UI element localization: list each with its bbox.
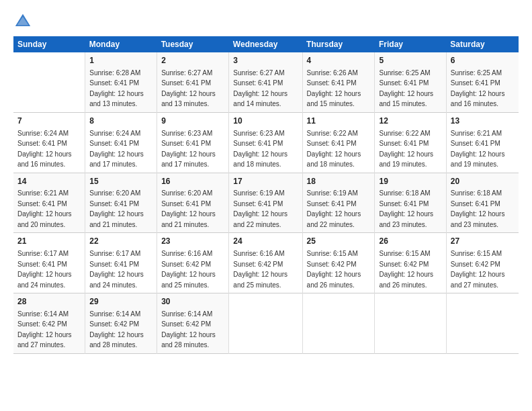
calendar-cell: 1 Sunrise: 6:28 AMSunset: 6:41 PMDayligh… <box>85 52 157 112</box>
header-day-sunday: Sunday <box>13 36 85 52</box>
calendar-cell <box>13 52 85 112</box>
day-number: 19 <box>379 176 441 187</box>
logo-icon <box>13 12 32 31</box>
calendar-cell: 5 Sunrise: 6:25 AMSunset: 6:41 PMDayligh… <box>375 52 446 112</box>
day-number: 18 <box>307 176 371 187</box>
day-detail: Sunrise: 6:15 AMSunset: 6:42 PMDaylight:… <box>379 250 433 289</box>
week-row-3: 21 Sunrise: 6:17 AMSunset: 6:41 PMDaylig… <box>13 233 519 293</box>
day-detail: Sunrise: 6:19 AMSunset: 6:41 PMDaylight:… <box>307 189 361 228</box>
day-number: 25 <box>307 236 371 247</box>
day-number: 28 <box>17 296 81 308</box>
day-number: 8 <box>89 116 152 127</box>
calendar-cell: 20 Sunrise: 6:18 AMSunset: 6:41 PMDaylig… <box>446 173 519 233</box>
day-detail: Sunrise: 6:17 AMSunset: 6:41 PMDaylight:… <box>17 250 72 289</box>
header-row: SundayMondayTuesdayWednesdayThursdayFrid… <box>13 36 519 52</box>
day-number: 22 <box>89 236 152 247</box>
calendar-cell: 16 Sunrise: 6:20 AMSunset: 6:41 PMDaylig… <box>157 173 229 233</box>
day-number: 16 <box>161 176 224 187</box>
calendar-cell: 23 Sunrise: 6:16 AMSunset: 6:42 PMDaylig… <box>157 233 229 293</box>
day-number: 13 <box>451 116 515 127</box>
calendar-cell: 15 Sunrise: 6:20 AMSunset: 6:41 PMDaylig… <box>85 173 157 233</box>
day-number: 10 <box>233 116 298 127</box>
day-detail: Sunrise: 6:19 AMSunset: 6:41 PMDaylight:… <box>233 189 287 228</box>
calendar-cell: 14 Sunrise: 6:21 AMSunset: 6:41 PMDaylig… <box>13 173 85 233</box>
calendar-cell <box>302 293 375 354</box>
day-number: 17 <box>233 176 298 187</box>
header-day-saturday: Saturday <box>446 36 519 52</box>
day-detail: Sunrise: 6:23 AMSunset: 6:41 PMDaylight:… <box>161 130 216 169</box>
day-number: 6 <box>451 55 515 66</box>
calendar-cell: 21 Sunrise: 6:17 AMSunset: 6:41 PMDaylig… <box>13 233 85 293</box>
calendar-cell: 11 Sunrise: 6:22 AMSunset: 6:41 PMDaylig… <box>302 112 375 173</box>
calendar-cell <box>446 293 519 354</box>
day-number: 27 <box>451 236 515 247</box>
calendar-cell: 30 Sunrise: 6:14 AMSunset: 6:42 PMDaylig… <box>157 293 229 354</box>
calendar-table: SundayMondayTuesdayWednesdayThursdayFrid… <box>13 36 519 354</box>
day-detail: Sunrise: 6:14 AMSunset: 6:42 PMDaylight:… <box>161 310 216 349</box>
day-number: 5 <box>379 55 441 66</box>
calendar-cell: 2 Sunrise: 6:27 AMSunset: 6:41 PMDayligh… <box>157 52 229 112</box>
header <box>13 12 519 31</box>
day-detail: Sunrise: 6:26 AMSunset: 6:41 PMDaylight:… <box>307 69 361 108</box>
day-detail: Sunrise: 6:25 AMSunset: 6:41 PMDaylight:… <box>451 69 505 108</box>
calendar-cell <box>375 293 446 354</box>
header-day-wednesday: Wednesday <box>229 36 302 52</box>
calendar-cell: 19 Sunrise: 6:18 AMSunset: 6:41 PMDaylig… <box>375 173 446 233</box>
day-detail: Sunrise: 6:16 AMSunset: 6:42 PMDaylight:… <box>233 250 287 289</box>
day-number: 14 <box>17 176 81 187</box>
day-number: 26 <box>379 236 441 247</box>
day-detail: Sunrise: 6:14 AMSunset: 6:42 PMDaylight:… <box>89 310 144 349</box>
day-number: 7 <box>17 116 81 127</box>
calendar-cell: 4 Sunrise: 6:26 AMSunset: 6:41 PMDayligh… <box>302 52 375 112</box>
day-number: 2 <box>161 55 224 66</box>
calendar-cell: 7 Sunrise: 6:24 AMSunset: 6:41 PMDayligh… <box>13 112 85 173</box>
day-number: 29 <box>89 296 152 308</box>
day-number: 15 <box>89 176 152 187</box>
day-detail: Sunrise: 6:24 AMSunset: 6:41 PMDaylight:… <box>17 130 72 169</box>
day-detail: Sunrise: 6:18 AMSunset: 6:41 PMDaylight:… <box>451 189 505 228</box>
day-detail: Sunrise: 6:22 AMSunset: 6:41 PMDaylight:… <box>379 130 433 169</box>
day-number: 4 <box>307 55 371 66</box>
day-detail: Sunrise: 6:14 AMSunset: 6:42 PMDaylight:… <box>17 310 72 349</box>
day-number: 23 <box>161 236 224 247</box>
calendar-cell: 25 Sunrise: 6:15 AMSunset: 6:42 PMDaylig… <box>302 233 375 293</box>
day-number: 24 <box>233 236 298 247</box>
calendar-cell <box>229 293 302 354</box>
day-detail: Sunrise: 6:21 AMSunset: 6:41 PMDaylight:… <box>17 189 72 228</box>
day-detail: Sunrise: 6:17 AMSunset: 6:41 PMDaylight:… <box>89 250 144 289</box>
header-day-friday: Friday <box>375 36 446 52</box>
calendar-cell: 12 Sunrise: 6:22 AMSunset: 6:41 PMDaylig… <box>375 112 446 173</box>
page: SundayMondayTuesdayWednesdayThursdayFrid… <box>0 0 532 411</box>
calendar-cell: 3 Sunrise: 6:27 AMSunset: 6:41 PMDayligh… <box>229 52 302 112</box>
day-number: 9 <box>161 116 224 127</box>
logo <box>13 12 35 31</box>
calendar-cell: 8 Sunrise: 6:24 AMSunset: 6:41 PMDayligh… <box>85 112 157 173</box>
day-number: 3 <box>233 55 298 66</box>
day-detail: Sunrise: 6:20 AMSunset: 6:41 PMDaylight:… <box>161 189 216 228</box>
day-detail: Sunrise: 6:25 AMSunset: 6:41 PMDaylight:… <box>379 69 433 108</box>
header-day-monday: Monday <box>85 36 157 52</box>
calendar-cell: 24 Sunrise: 6:16 AMSunset: 6:42 PMDaylig… <box>229 233 302 293</box>
day-detail: Sunrise: 6:23 AMSunset: 6:41 PMDaylight:… <box>233 130 287 169</box>
day-detail: Sunrise: 6:15 AMSunset: 6:42 PMDaylight:… <box>451 250 505 289</box>
calendar-cell: 26 Sunrise: 6:15 AMSunset: 6:42 PMDaylig… <box>375 233 446 293</box>
calendar-cell: 6 Sunrise: 6:25 AMSunset: 6:41 PMDayligh… <box>446 52 519 112</box>
day-detail: Sunrise: 6:27 AMSunset: 6:41 PMDaylight:… <box>161 69 216 108</box>
day-detail: Sunrise: 6:16 AMSunset: 6:42 PMDaylight:… <box>161 250 216 289</box>
week-row-0: 1 Sunrise: 6:28 AMSunset: 6:41 PMDayligh… <box>13 52 519 112</box>
day-detail: Sunrise: 6:22 AMSunset: 6:41 PMDaylight:… <box>307 130 361 169</box>
day-detail: Sunrise: 6:20 AMSunset: 6:41 PMDaylight:… <box>89 189 144 228</box>
day-detail: Sunrise: 6:28 AMSunset: 6:41 PMDaylight:… <box>89 69 144 108</box>
calendar-cell: 28 Sunrise: 6:14 AMSunset: 6:42 PMDaylig… <box>13 293 85 354</box>
calendar-cell: 13 Sunrise: 6:21 AMSunset: 6:41 PMDaylig… <box>446 112 519 173</box>
week-row-2: 14 Sunrise: 6:21 AMSunset: 6:41 PMDaylig… <box>13 173 519 233</box>
week-row-4: 28 Sunrise: 6:14 AMSunset: 6:42 PMDaylig… <box>13 293 519 354</box>
calendar-cell: 22 Sunrise: 6:17 AMSunset: 6:41 PMDaylig… <box>85 233 157 293</box>
week-row-1: 7 Sunrise: 6:24 AMSunset: 6:41 PMDayligh… <box>13 112 519 173</box>
day-detail: Sunrise: 6:24 AMSunset: 6:41 PMDaylight:… <box>89 130 144 169</box>
header-day-tuesday: Tuesday <box>157 36 229 52</box>
day-detail: Sunrise: 6:18 AMSunset: 6:41 PMDaylight:… <box>379 189 433 228</box>
header-day-thursday: Thursday <box>302 36 375 52</box>
day-detail: Sunrise: 6:21 AMSunset: 6:41 PMDaylight:… <box>451 130 505 169</box>
calendar-cell: 27 Sunrise: 6:15 AMSunset: 6:42 PMDaylig… <box>446 233 519 293</box>
